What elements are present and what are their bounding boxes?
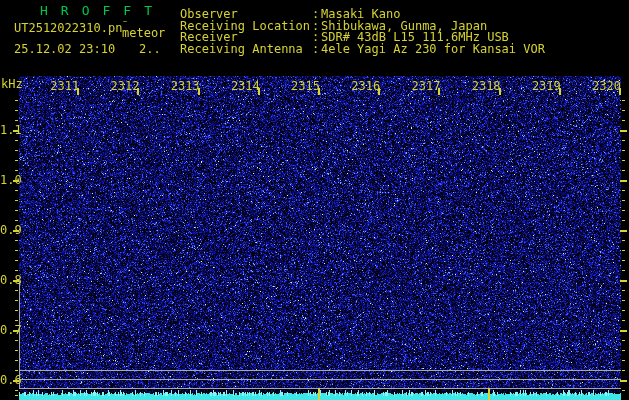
filename-label: UT2512022310.pn [14,22,122,34]
info-label: Receiving Antenna [180,42,312,56]
y-axis-tick-label: 1.0 [0,174,16,186]
x-axis-tick-label: 2320 [587,80,621,92]
station-info-row: Receiver:SDR# 43dB L15 111.6MHz USB [180,26,509,38]
y-axis-tick-label: 0.7 [0,324,16,336]
y-axis-tick-label: 0.8 [0,274,16,286]
info-value: 4ele Yagi Az 230 for Kansai VOR [321,42,545,56]
x-axis-tick-label: 2312 [105,80,139,92]
x-axis-tick-label: 2318 [467,80,501,92]
hrofft-window: HROFFT UT2512022310.pn ¨ meteor 25.12.02… [0,0,629,400]
station-info-row: Receiving Antenna:4ele Yagi Az 230 for K… [180,38,545,50]
y-axis-tick-label: 0.9 [0,224,16,236]
counter-label: 2.. [139,43,161,55]
app-title: HROFFT [40,4,165,18]
x-axis-tick-label: 2316 [346,80,380,92]
x-axis-tick-label: 2313 [166,80,200,92]
y-axis-tick-label: 1.1 [0,124,16,136]
x-axis-tick-label: 2315 [286,80,320,92]
y-axis-tick-label: 0.6 [0,374,16,386]
x-axis-tick-label: 2319 [527,80,561,92]
x-axis-tick-label: 2317 [406,80,440,92]
station-info-row: Observer:Masaki Kano [180,3,400,15]
y-axis-unit-label: kHz [1,78,23,90]
comment-label: meteor [122,27,165,39]
spectrogram-canvas [0,0,629,400]
x-axis-tick-label: 2311 [45,80,79,92]
x-axis-tick-label: 2314 [226,80,260,92]
datetime-label: 25.12.02 23:10 [14,43,115,55]
info-separator: : [312,42,321,56]
